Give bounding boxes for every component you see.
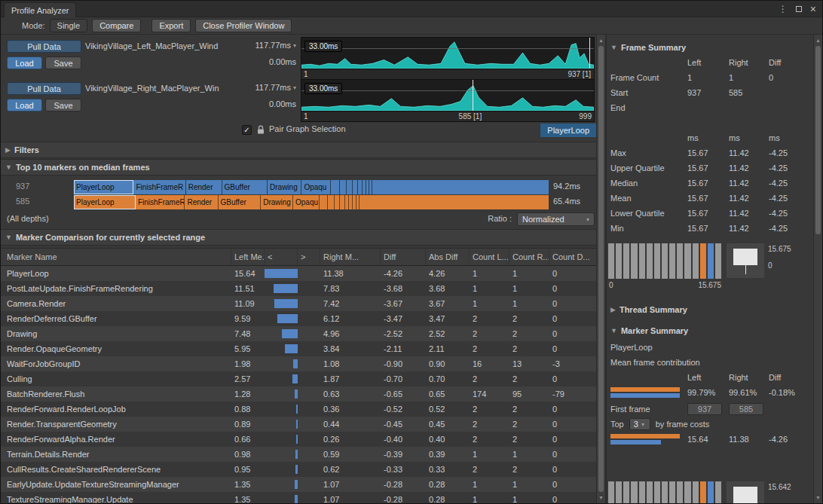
- top10-segment[interactable]: Drawing: [268, 180, 301, 194]
- col-count-right[interactable]: Count R...: [509, 249, 549, 265]
- pull-data-button[interactable]: Pull Data: [7, 40, 81, 53]
- main-scrollbar[interactable]: ▲ ▼: [596, 35, 606, 503]
- top10-segment[interactable]: Opaqu: [293, 195, 320, 209]
- summary-row: msmsms: [607, 130, 813, 145]
- comparison-row[interactable]: BatchRenderer.Flush1.280.63-0.650.651749…: [1, 386, 596, 402]
- marker-summary-column-headers: Left Right Diff: [607, 370, 813, 385]
- frame-time-graph-right[interactable]: 33.00ms: [301, 79, 595, 111]
- close-profiler-window-button[interactable]: Close Profiler Window: [195, 19, 292, 32]
- left-mean-bar: [295, 480, 298, 489]
- filters-foldout[interactable]: ▶ Filters: [1, 142, 596, 158]
- col-diff[interactable]: Diff: [381, 249, 426, 265]
- top10-segment[interactable]: Render: [186, 180, 222, 194]
- histogram-bar: [708, 243, 714, 279]
- top10-segment[interactable]: [328, 195, 335, 209]
- scroll-down-icon[interactable]: ▼: [814, 493, 822, 502]
- top10-foldout[interactable]: ▼ Top 10 markers on median frames: [1, 159, 596, 176]
- load-button[interactable]: Load: [7, 57, 42, 69]
- mode-compare-button[interactable]: Compare: [92, 19, 141, 32]
- col-count-diff[interactable]: Count D...: [549, 249, 596, 265]
- top10-segment[interactable]: FinishFrameR: [136, 195, 185, 209]
- close-icon[interactable]: ×: [810, 4, 816, 14]
- selection-line[interactable]: [473, 80, 473, 111]
- top10-segment[interactable]: FinishFrameR: [133, 180, 185, 194]
- comparison-row[interactable]: Culling2.571.87-0.700.70220: [1, 371, 596, 386]
- comparison-row[interactable]: RenderForwardAlpha.Render0.660.26-0.400.…: [1, 432, 596, 447]
- selection-line[interactable]: [589, 38, 590, 69]
- load-button[interactable]: Load: [7, 99, 42, 111]
- comparison-row[interactable]: PostLateUpdate.FinishFrameRendering11.51…: [1, 281, 596, 296]
- first-frame-left-button[interactable]: 937: [687, 403, 722, 415]
- histogram-bar: [654, 243, 660, 279]
- comparison-row[interactable]: CullResults.CreateSharedRendererScene0.9…: [1, 462, 596, 477]
- selected-marker-chip[interactable]: PlayerLoop: [540, 124, 596, 137]
- col-abs-diff[interactable]: Abs Diff: [426, 249, 470, 265]
- right-mean-cell: 1.87: [320, 371, 381, 386]
- mode-single-button[interactable]: Single: [50, 19, 88, 32]
- scroll-up-icon[interactable]: ▲: [597, 35, 605, 45]
- frame-time-graph-left[interactable]: 33.00ms: [301, 37, 595, 69]
- export-button[interactable]: Export: [151, 19, 191, 32]
- top10-segment[interactable]: GBuffer: [219, 195, 262, 209]
- summary-scrollbar[interactable]: ▲ ▼: [813, 35, 823, 503]
- scroll-up-icon[interactable]: ▲: [814, 35, 822, 45]
- boxplot-thumbnail[interactable]: [727, 243, 764, 278]
- thread-summary-foldout[interactable]: ▶ Thread Summary: [607, 302, 813, 317]
- first-frame-right-button[interactable]: 585: [729, 403, 763, 415]
- top10-segment[interactable]: Drawing: [261, 195, 293, 209]
- range-max-dropdown[interactable]: 117.77ms▾: [255, 41, 296, 50]
- comparison-row[interactable]: PlayerLoop15.6411.38-4.264.26110: [1, 266, 596, 281]
- top10-segment[interactable]: PlayerLoop: [74, 180, 133, 194]
- col-right-mean[interactable]: Right M...: [320, 249, 381, 265]
- comparison-row[interactable]: EarlyUpdate.UpdateTextureStreamingManage…: [1, 477, 596, 492]
- comparison-row[interactable]: Render.OpaqueGeometry5.953.84-2.112.1122…: [1, 341, 596, 356]
- scroll-down-icon[interactable]: ▼: [597, 493, 605, 502]
- comparison-row[interactable]: RenderDeferred.GBuffer9.596.12-3.473.472…: [1, 311, 596, 326]
- top10-segment[interactable]: [340, 180, 347, 194]
- comparison-row[interactable]: TextureStreamingManager.Update1.351.07-0…: [1, 492, 596, 503]
- comparison-row[interactable]: Terrain.Details.Render0.980.59-0.390.391…: [1, 447, 596, 462]
- frame-summary-foldout[interactable]: ▼ Frame Summary: [607, 40, 813, 55]
- comparison-row[interactable]: Drawing7.484.96-2.522.52220: [1, 326, 596, 341]
- top10-segment[interactable]: [347, 180, 353, 194]
- col-left-mean[interactable]: Left Me...: [231, 249, 265, 265]
- comparison-row[interactable]: Camera.Render11.097.42-3.673.67110: [1, 296, 596, 311]
- summary-left-value: 15.67: [687, 163, 729, 173]
- frame-summary-title: Frame Summary: [621, 43, 686, 52]
- comparison-row[interactable]: Render.TransparentGeometry0.890.44-0.450…: [1, 417, 596, 432]
- pull-data-button[interactable]: Pull Data: [7, 82, 81, 95]
- comparison-row[interactable]: RenderForward.RenderLoopJob0.880.36-0.52…: [1, 402, 596, 417]
- boxplot-thumbnail[interactable]: [727, 481, 764, 503]
- top10-segment[interactable]: Opaqu: [301, 180, 331, 194]
- col-marker-name[interactable]: Marker Name: [1, 249, 231, 265]
- main-scrollbar-thumb[interactable]: [598, 46, 604, 492]
- save-button[interactable]: Save: [45, 57, 81, 69]
- ratio-dropdown[interactable]: Normalized▾: [517, 212, 595, 226]
- top-count-dropdown[interactable]: 3▾: [629, 418, 650, 430]
- tab-profile-analyzer[interactable]: Profile Analyzer: [4, 2, 76, 17]
- pair-checkbox[interactable]: ✓: [242, 125, 252, 135]
- contribution-diff-value: -0.18%: [769, 388, 813, 397]
- marker-comparison-foldout[interactable]: ▼ Marker Comparison for currently select…: [1, 229, 596, 246]
- col-left-bar[interactable]: <: [265, 249, 298, 265]
- col-right-bar[interactable]: >: [298, 249, 320, 265]
- top10-segment[interactable]: PlayerLoop: [74, 195, 136, 209]
- kebab-menu-icon[interactable]: ⋮: [779, 4, 788, 14]
- right-bar-cell: [298, 417, 320, 432]
- top10-segment[interactable]: [320, 195, 328, 209]
- threshold-line: [301, 48, 594, 49]
- histogram-bar: [700, 243, 706, 279]
- save-button[interactable]: Save: [45, 99, 81, 111]
- top10-segment[interactable]: GBuffer: [222, 180, 268, 194]
- marker-summary-foldout[interactable]: ▼ Marker Summary: [607, 323, 813, 338]
- top10-segment[interactable]: [353, 180, 358, 194]
- range-max-dropdown[interactable]: 117.77ms▾: [255, 83, 296, 92]
- top10-segment[interactable]: Render: [185, 195, 218, 209]
- maximize-icon[interactable]: [796, 6, 802, 12]
- top10-segment[interactable]: [335, 195, 341, 209]
- comparison-row[interactable]: WaitForJobGroupID1.981.08-0.900.901613-3: [1, 356, 596, 371]
- top10-segment[interactable]: [331, 180, 339, 194]
- col-count-left[interactable]: Count L...: [470, 249, 509, 265]
- right-bar-cell: [298, 447, 320, 462]
- summary-scrollbar-thumb[interactable]: [815, 46, 821, 234]
